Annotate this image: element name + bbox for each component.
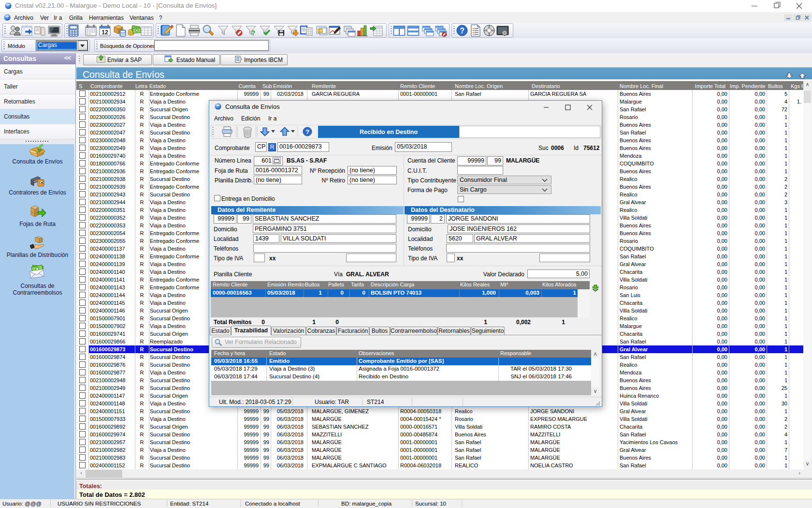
svg-text:?: ? bbox=[251, 29, 256, 37]
svg-text:12: 12 bbox=[102, 29, 108, 36]
svg-text:?: ? bbox=[305, 128, 309, 135]
svg-text:?: ? bbox=[460, 27, 464, 35]
